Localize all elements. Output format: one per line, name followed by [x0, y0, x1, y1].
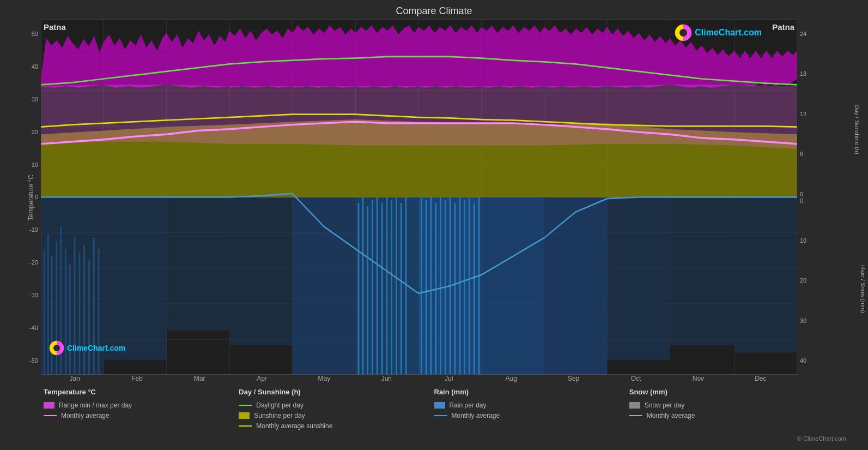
y-tick-n30: -30 — [11, 292, 41, 298]
y-tick-20: 20 — [11, 129, 41, 135]
logo-text-bottom: ClimeChart.com — [67, 344, 125, 352]
y-tick-n50: -50 — [11, 357, 41, 364]
y-tick-n20: -20 — [11, 259, 41, 266]
svg-rect-27 — [167, 197, 229, 331]
legend-temp-avg: Monthly average — [44, 412, 239, 419]
legend-rain-avg-line — [434, 415, 447, 416]
legend-rain-avg: Monthly average — [434, 412, 629, 419]
legend-daylight: Daylight per day — [239, 401, 434, 409]
svg-rect-59 — [400, 203, 402, 375]
svg-rect-42 — [65, 249, 66, 375]
legend-sunshine-avg: Monthly average sunshine — [239, 422, 434, 430]
y-axis-left-label: Temperature °C — [27, 174, 35, 220]
svg-point-1 — [679, 29, 687, 37]
svg-rect-54 — [377, 197, 378, 375]
svg-rect-26 — [104, 197, 166, 360]
svg-rect-57 — [391, 200, 392, 375]
svg-rect-32 — [481, 197, 544, 375]
location-label-right: Patna — [772, 22, 794, 32]
main-container: Compare Climate Temperature °C 50 40 30 … — [0, 0, 868, 450]
y-tick-n40: -40 — [11, 325, 41, 331]
svg-rect-53 — [372, 200, 373, 375]
chart-title: Compare Climate — [11, 5, 857, 17]
legend-snow-avg: Monthly average — [629, 412, 824, 419]
svg-rect-33 — [544, 197, 607, 375]
svg-rect-49 — [98, 249, 100, 375]
legend-sunshine: Day / Sunshine (h) Daylight per day Suns… — [239, 388, 434, 430]
legend-temp-range-label: Range min / max per day — [59, 401, 132, 409]
legend-daylight-line — [239, 405, 252, 406]
logo-icon-top — [675, 24, 692, 41]
logo-text-top: ClimeChart.com — [695, 28, 762, 38]
legend-temp-avg-line — [44, 415, 57, 416]
legend-sunshine-avg-label: Monthly average sunshine — [256, 422, 332, 430]
x-month-oct: Oct — [605, 375, 667, 382]
svg-rect-60 — [405, 197, 407, 375]
x-month-sep: Sep — [542, 375, 604, 382]
svg-point-3 — [53, 345, 60, 351]
location-label-left: Patna — [44, 22, 66, 32]
copyright: © ClimeChart.com — [11, 435, 857, 445]
logo-bottom-left: ClimeChart.com — [49, 340, 125, 356]
svg-rect-65 — [440, 197, 441, 375]
legend-sunshine-avg-line — [239, 425, 252, 427]
legend-snow-avg-label: Monthly average — [647, 412, 695, 419]
svg-rect-70 — [464, 200, 465, 375]
logo-icon-bottom — [49, 340, 64, 356]
r-tick-18: 18 — [800, 70, 857, 77]
svg-rect-52 — [367, 206, 368, 375]
x-month-feb: Feb — [106, 375, 168, 382]
x-month-may: May — [293, 375, 355, 382]
y-tick-40: 40 — [11, 63, 41, 70]
chart-svg — [41, 20, 797, 375]
svg-rect-63 — [430, 197, 432, 375]
x-month-jul: Jul — [418, 375, 480, 382]
x-month-dec: Dec — [730, 375, 792, 382]
x-month-aug: Aug — [480, 375, 542, 382]
svg-rect-43 — [69, 264, 71, 375]
svg-rect-69 — [459, 197, 460, 375]
svg-rect-28 — [229, 197, 292, 345]
x-month-mar: Mar — [168, 375, 230, 382]
legend-rain-title: Rain (mm) — [434, 388, 629, 396]
logo-top-right: ClimeChart.com — [675, 24, 762, 41]
r-tick-24: 24 — [800, 31, 857, 37]
legend-temp-range: Range min / max per day — [44, 401, 239, 409]
svg-rect-55 — [381, 203, 383, 375]
r-tick-10: 10 — [800, 237, 857, 244]
legend-snow-swatch — [629, 402, 640, 409]
right-label-rain-snow: Rain / Snow (mm) — [860, 265, 866, 313]
x-month-apr: Apr — [230, 375, 293, 382]
legend-sunshine-label: Sunshine per day — [254, 412, 305, 419]
x-month-jun: Jun — [355, 375, 417, 382]
y-tick-10: 10 — [11, 161, 41, 168]
legend-temp-range-swatch — [44, 402, 54, 409]
svg-rect-58 — [396, 197, 397, 375]
svg-rect-73 — [478, 197, 479, 375]
legend-temp-avg-label: Monthly average — [61, 412, 110, 419]
legend-temp-title: Temperature °C — [44, 388, 239, 396]
svg-rect-71 — [469, 197, 470, 375]
x-month-jan: Jan — [44, 375, 106, 382]
legend-rain-label: Rain per day — [450, 401, 487, 409]
y-tick-50: 50 — [11, 31, 41, 37]
x-month-nov: Nov — [667, 375, 729, 382]
legend-rain-swatch — [434, 402, 445, 409]
legend-daylight-label: Daylight per day — [256, 401, 304, 409]
legend-rain-bars: Rain per day — [434, 401, 629, 409]
r-tick-20: 20 — [800, 277, 857, 284]
svg-rect-56 — [386, 197, 387, 375]
svg-rect-29 — [292, 197, 355, 375]
legend-snow-avg-line — [629, 415, 642, 416]
svg-rect-72 — [474, 203, 475, 375]
svg-rect-34 — [607, 197, 670, 360]
y-tick-n10: -10 — [11, 226, 41, 233]
y-tick-0: 0 — [11, 194, 41, 200]
svg-rect-61 — [421, 197, 422, 375]
r-tick-30: 30 — [800, 317, 857, 324]
svg-rect-50 — [358, 203, 360, 375]
r-tick-40: 40 — [800, 357, 857, 364]
legend-snow-bars: Snow per day — [629, 401, 824, 409]
y-tick-30: 30 — [11, 96, 41, 103]
svg-rect-51 — [362, 197, 363, 375]
